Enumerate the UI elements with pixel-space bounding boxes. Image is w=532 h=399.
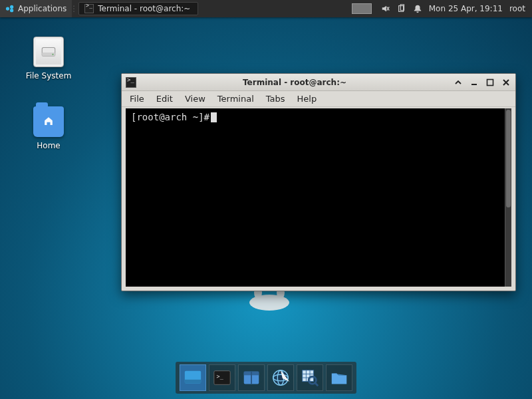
shade-button[interactable]: [453, 77, 464, 88]
panel-separator: ⋮: [72, 0, 76, 17]
xfce-logo-icon: [5, 4, 15, 13]
dock: >_: [176, 362, 356, 394]
svg-point-2: [10, 9, 13, 12]
menu-file[interactable]: File: [130, 94, 144, 104]
terminal-window: Terminal - root@arch:~ File Edit View Te…: [121, 73, 516, 291]
workspace-switcher[interactable]: [352, 3, 372, 14]
volume-muted-icon[interactable]: [381, 4, 390, 13]
taskbar-entry-terminal[interactable]: Terminal - root@arch:~: [78, 2, 198, 15]
svg-point-1: [10, 5, 13, 9]
menu-tabs[interactable]: Tabs: [266, 94, 285, 104]
svg-rect-13: [185, 380, 201, 384]
terminal-cursor: [211, 112, 217, 122]
applications-label: Applications: [18, 4, 66, 13]
window-controls: [453, 77, 511, 88]
menu-terminal[interactable]: Terminal: [217, 94, 254, 104]
dock-folder[interactable]: [326, 364, 352, 391]
clock[interactable]: Mon 25 Apr, 19:11: [429, 4, 503, 13]
terminal-prompt: [root@arch ~]#: [131, 112, 209, 122]
svg-rect-11: [487, 79, 493, 85]
user-label[interactable]: root: [509, 4, 525, 13]
dock-app-finder[interactable]: [297, 364, 323, 391]
menu-bar: File Edit View Terminal Tabs Help: [122, 91, 515, 107]
dock-terminal[interactable]: >_: [209, 364, 235, 391]
menu-help[interactable]: Help: [297, 94, 317, 104]
svg-point-7: [52, 54, 53, 55]
dock-show-desktop[interactable]: [180, 364, 206, 391]
window-title: Terminal - root@arch:~: [140, 78, 449, 87]
applications-menu-button[interactable]: Applications: [0, 0, 72, 17]
maximize-button[interactable]: [485, 77, 495, 88]
minimize-button[interactable]: [469, 77, 479, 88]
panel-tray: Mon 25 Apr, 19:11 root: [374, 4, 532, 13]
task-title: Terminal - root@arch:~: [98, 4, 190, 13]
top-panel: Applications ⋮ Terminal - root@arch:~ Mo…: [0, 0, 532, 17]
menu-edit[interactable]: Edit: [156, 94, 173, 104]
dock-web-browser[interactable]: [267, 364, 294, 391]
terminal-scrollbar[interactable]: [505, 108, 511, 287]
window-titlebar[interactable]: Terminal - root@arch:~: [122, 74, 515, 91]
menu-view[interactable]: View: [185, 94, 205, 104]
drive-icon: [33, 37, 64, 67]
terminal-icon: [84, 4, 94, 13]
svg-rect-18: [251, 372, 252, 384]
clipboard-icon[interactable]: [397, 4, 406, 13]
notifications-icon[interactable]: [413, 4, 422, 13]
dock-file-manager[interactable]: [238, 364, 265, 391]
svg-point-0: [6, 7, 9, 10]
terminal-icon: [126, 77, 136, 88]
svg-text:>_: >_: [217, 373, 224, 380]
close-button[interactable]: [501, 77, 511, 88]
desktop-icon-home[interactable]: Home: [19, 106, 78, 150]
desktop-icon-label: Home: [19, 141, 78, 150]
home-folder-icon: [33, 106, 64, 137]
desktop-icon-file-system[interactable]: File System: [19, 37, 78, 80]
desktop-icon-label: File System: [19, 71, 78, 80]
terminal-viewport[interactable]: [root@arch ~]#: [126, 108, 511, 287]
